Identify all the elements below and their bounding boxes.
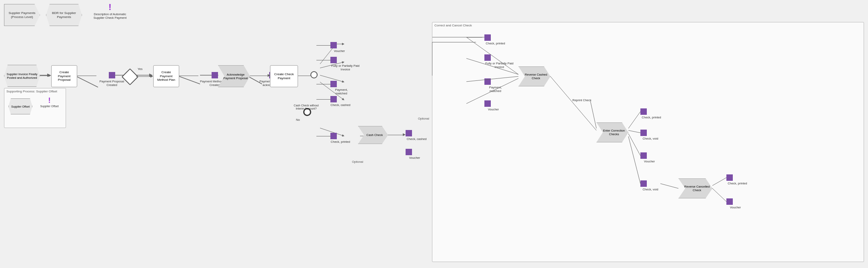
check-void2-icon — [640, 180, 647, 187]
svg-line-1 — [74, 75, 98, 87]
line4 — [179, 76, 198, 76]
check-cashed1-icon — [330, 96, 337, 102]
intermediate-event — [310, 71, 318, 78]
check-void1-icon — [640, 130, 647, 136]
payment-matched2-icon — [484, 78, 491, 85]
voucher1-group: Voucher — [330, 42, 348, 53]
voucher5-label: Voucher — [726, 206, 744, 209]
check-void1-group: Check, void — [640, 130, 660, 140]
payment-matched-label: Payment, matched — [330, 88, 352, 95]
create-payment-proposal-box: Create Payment Proposal — [51, 65, 77, 87]
supplier-offset-icon: ! — [38, 96, 60, 105]
reverse-cashed-check-label: Reverse Cashed Check — [519, 73, 550, 80]
line6 — [298, 76, 312, 76]
no-label: No — [296, 118, 300, 122]
payment-matched-group: Payment, matched — [330, 81, 352, 95]
gateway-diamond — [124, 71, 136, 83]
svg-line-20 — [590, 101, 596, 128]
check-printed4-icon — [726, 174, 733, 181]
cash-check-q-label: Cash Check without Interim Account? — [291, 104, 321, 111]
payment-proposal-created-label: Payment Proposal Created — [97, 80, 127, 87]
payment-method-plan-created-icon — [212, 72, 218, 78]
svg-line-19 — [550, 76, 596, 130]
reverse-cancelled-check-box: Reverse Cancelled Check — [678, 178, 712, 198]
reverse-cancelled-check-label: Reverse Cancelled Check — [679, 185, 712, 192]
check-cashed1-label: Check, cashed — [330, 103, 350, 107]
check-void2-group: Check, void — [640, 180, 660, 191]
optional1-label: Optional — [418, 117, 429, 120]
line-voucher1 — [316, 45, 332, 46]
check-cashed2-icon — [406, 130, 412, 136]
svg-line-4 — [176, 75, 200, 84]
supplier-invoice-shape: Supplier Invoice Finally Posted and Auth… — [4, 65, 40, 87]
check-printed2-group: Check, printed — [484, 34, 506, 45]
line2 — [77, 76, 96, 76]
supplier-offset1-label: Supplier Offset — [11, 105, 30, 108]
process-canvas: Supplier Payments (Process Level) BDR fo… — [0, 0, 868, 268]
check-printed3-icon — [640, 108, 647, 115]
paid-invoice2-label: Fully or Partially Paid Invoice — [484, 62, 514, 69]
enter-correction-checks-label: Enter Correction Checks — [597, 129, 628, 136]
svg-line-22 — [628, 130, 640, 133]
check-void1-label: Check, void — [640, 137, 660, 140]
create-check-payment-label: Create Check Payment — [272, 72, 296, 80]
reprint-check-label: Reprint Check — [572, 98, 592, 102]
create-payment-proposal-label: Create Payment Proposal — [53, 70, 76, 82]
line-cash-check-out — [388, 135, 404, 135]
optional2-label: Optional — [352, 160, 363, 164]
paid-invoice2-icon — [484, 54, 491, 61]
line-paid — [316, 60, 332, 60]
cash-check-label: Cash Check — [363, 133, 383, 137]
svg-line-26 — [712, 178, 726, 186]
check-printed4-label: Check, printed — [726, 182, 748, 185]
payment-proposal-created-icon — [109, 72, 115, 78]
check-printed4-group: Check, printed — [726, 174, 748, 185]
reverse-cashed-check-box: Reverse Cashed Check — [518, 66, 550, 86]
supplier-invoice-label: Supplier Invoice Finally Posted and Auth… — [4, 72, 40, 80]
yes-label: Yes — [138, 67, 142, 71]
svg-line-25 — [660, 184, 678, 188]
voucher1-label: Voucher — [330, 49, 348, 53]
check-printed2-label: Check, printed — [484, 42, 506, 45]
payment-matched2-group: Payment, matched — [484, 78, 506, 93]
voucher3-icon — [484, 100, 491, 107]
svg-line-21 — [628, 112, 640, 128]
voucher1-icon — [330, 42, 337, 48]
exclamation-icon: ! — [92, 2, 128, 12]
check-printed3-group: Check, printed — [640, 108, 662, 119]
voucher2-group: Voucher — [406, 149, 424, 160]
supplier-payments-label: Supplier Payments (Process Level) — [4, 11, 40, 19]
check-printed1-label: Check, printed — [330, 140, 350, 144]
voucher2-label: Voucher — [406, 156, 424, 160]
check-cashed1-group: Check, cashed — [330, 96, 350, 107]
arrow3: ▶ — [150, 74, 153, 78]
voucher3-label: Voucher — [484, 108, 502, 111]
supporting-process-title: Supporting Process: Supplier Offset — [6, 90, 57, 93]
cash-check-box: Cash Check — [358, 126, 388, 144]
check-cashed2-label: Check, cashed — [406, 137, 428, 141]
paid-invoice2-group: Fully or Partially Paid Invoice — [484, 54, 514, 69]
enter-correction-checks-box: Enter Correction Checks — [596, 122, 628, 142]
line5 — [250, 76, 269, 76]
voucher4-label: Voucher — [640, 160, 658, 163]
svg-line-24 — [628, 136, 640, 184]
check-cashed2-group: Check, cashed — [406, 130, 428, 141]
paid-invoice-label: Fully or Partially Paid Invoice — [330, 64, 360, 71]
correct-cancel-check-title: Correct and Cancel Check — [434, 24, 472, 27]
check-printed1-icon — [330, 133, 337, 139]
voucher5-group: Voucher — [726, 198, 744, 209]
create-payment-method-plan-box: Create Payment Method Plan — [153, 65, 179, 87]
description-shape: ! Description of Automatic Supplier Chec… — [92, 2, 128, 20]
supplier-offset-desc: ! Supplier Offset — [38, 96, 60, 108]
description-label: Description of Automatic Supplier Check … — [92, 12, 128, 20]
check-void2-label: Check, void — [640, 188, 660, 191]
payment-matched2-label: Payment, matched — [484, 86, 506, 93]
voucher2-icon — [406, 149, 412, 155]
line-check-cashed1 — [316, 99, 332, 100]
vert-line1 — [432, 42, 432, 76]
svg-line-23 — [628, 134, 640, 156]
check-printed1-group: Check, printed — [330, 133, 350, 144]
supplier-payments-shape: Supplier Payments (Process Level) — [4, 4, 40, 26]
line-check-printed1 — [316, 136, 332, 136]
voucher5-icon — [726, 198, 733, 205]
